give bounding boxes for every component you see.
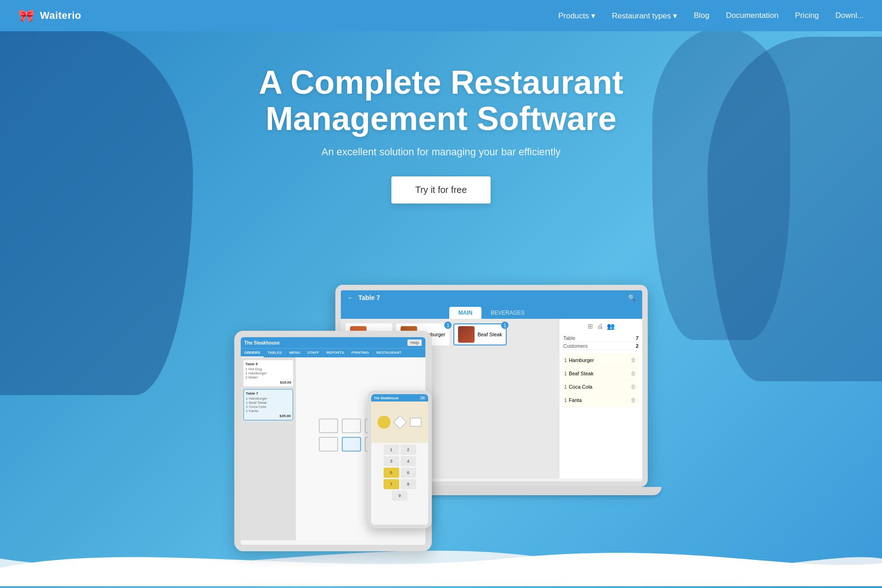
order-item-hamburger: 1Hamburger 🗑 [563,354,639,367]
people-icon[interactable]: 👥 [607,322,615,330]
order-card-2-line3: 2 Coca Cola [246,405,291,409]
tablet-nav-tables[interactable]: TABLES [264,349,285,357]
table-label: Table [563,335,575,341]
order-card-2-line2: 1 Beaf Steak [246,401,291,405]
phone-brand: The Steakhouse [374,396,399,400]
table-value: 7 [636,335,639,341]
tablet-nav-printing[interactable]: PRINTING [348,349,373,357]
svg-rect-5 [342,437,361,451]
numpad-9[interactable]: 9 [392,491,407,501]
laptop-search-icon[interactable]: 🔍 [628,294,636,301]
nav-blog[interactable]: Blog [694,11,709,20]
tablet-nav-reports[interactable]: REPORTS [322,349,348,357]
map-circle-shape [378,416,390,429]
phone-screen: The Steakhouse ● 1 2 [371,394,428,525]
logo-icon: 🎀 [18,8,34,23]
tablet-nav-restaurant[interactable]: RESTAURANT [373,349,405,357]
laptop-tabs: MAIN BEVERAGES [341,305,642,319]
order-table-row: Table 7 [563,334,639,342]
cta-button[interactable]: Try it for free [391,176,491,204]
name-steak: Beaf Steak [569,371,594,376]
name-hamburger: Hamburger [569,357,594,363]
navbar-brand[interactable]: 🎀 Waiterio [18,8,81,23]
nav-documentation[interactable]: Documentation [726,11,778,20]
menu-item-steak[interactable]: Beaf Steak 1 [453,323,507,345]
numpad-row-1: 1 2 [373,445,426,455]
name-cola: Coca Cola [569,384,592,390]
numpad-7[interactable]: 7 [384,479,399,489]
numpad-5[interactable]: 5 [384,468,399,478]
order-card-2-line1: 1 Hamburger [246,396,291,401]
order-card-2-line4: 1 Fanta [246,409,291,413]
order-items-list: 1Hamburger 🗑 1Beaf Steak 🗑 1Coca Cola 🗑 [563,354,639,407]
numpad-4[interactable]: 4 [401,456,416,466]
order-card-2-total: $35.00 [246,414,291,418]
steak-badge: 1 [501,322,509,329]
hero-title-line1: A Complete Restaurant [259,64,623,101]
phone-map-area [371,401,428,443]
order-card-2-title: Table 7 [246,391,291,396]
qty-fanta: 1 [564,397,567,403]
brand-name: Waiterio [40,10,81,22]
tablet-sidebar: Table 5 1 Hot Dog 1 Hamburger 2 Water $1… [241,357,296,540]
delete-fanta[interactable]: 🗑 [629,396,638,404]
tab-main[interactable]: MAIN [449,307,482,319]
hero-title-line2: Management Software [266,100,616,137]
order-card-1-line2: 1 Hamburger [245,371,291,375]
order-item-fanta: 1Fanta 🗑 [563,394,639,407]
tablet-order-card-2[interactable]: Table 7 1 Hamburger 1 Beaf Steak 2 Coca … [243,389,293,420]
laptop-screen-header: ← Table 7 🔍 [341,290,642,305]
nav-restaurant-types[interactable]: Restaurant types ▾ [612,11,677,21]
svg-rect-4 [319,437,338,451]
tablet-order-card-1[interactable]: Table 5 1 Hot Dog 1 Hamburger 2 Water $1… [243,360,293,386]
numpad-8[interactable]: 8 [401,479,416,489]
order-item-steak: 1Beaf Steak 🗑 [563,367,639,380]
tablet-help[interactable]: Help [407,339,422,346]
tab-beverages[interactable]: BEVERAGES [481,307,534,319]
order-card-1-title: Table 5 [245,362,291,366]
customers-value: 2 [636,343,639,349]
order-card-1-line3: 2 Water [245,375,291,379]
hero-section: 🎀 Waiterio Products ▾ Restaurant types ▾… [0,0,882,588]
tablet-nav-menu[interactable]: MENU [286,349,304,357]
tablet-nav-orders[interactable]: ORDERS [241,349,264,357]
numpad-2[interactable]: 2 [401,445,416,455]
delete-cola[interactable]: 🗑 [629,383,638,391]
tablet-brand: The Steakhouse [244,340,280,345]
print-icon[interactable]: 🖨 [597,322,603,330]
qty-cola: 1 [564,384,567,390]
numpad-row-5: 9 [373,491,426,501]
laptop-order-panel: ⊞ 🖨 👥 Table 7 Customers 2 [560,319,642,479]
delete-hamburger[interactable]: 🗑 [629,356,638,364]
tablet-nav-staff[interactable]: STAFF [304,349,322,357]
steak-image [458,326,475,343]
qty-steak: 1 [564,371,567,376]
delete-steak[interactable]: 🗑 [629,369,638,378]
nav-pricing[interactable]: Pricing [795,11,819,20]
tablet-nav: ORDERS TABLES MENU STAFF REPORTS PRINTIN… [241,348,425,357]
tablet-header: The Steakhouse Help [241,337,425,348]
laptop-back-button[interactable]: ← [347,294,354,301]
order-card-1-total: $18.00 [245,380,291,384]
map-diamond-shape [393,415,407,429]
numpad-1[interactable]: 1 [384,445,399,455]
phone-btn[interactable]: ● [420,396,425,400]
numpad-row-3: 5 6 [373,468,426,478]
customers-label: Customers [563,343,588,349]
steak-label: Beaf Steak [477,332,502,337]
split-icon[interactable]: ⊞ [588,322,593,330]
numpad-6[interactable]: 6 [401,468,416,478]
nav-download[interactable]: Downl... [836,11,864,20]
hero-subtitle: An excellent solution for managing your … [0,146,882,158]
nav-products[interactable]: Products ▾ [558,11,595,21]
hamburger-badge: 1 [444,322,452,329]
numpad-row-4: 7 8 [373,479,426,489]
phone-header: The Steakhouse ● [371,394,428,401]
laptop-table-title: Table 7 [358,294,380,301]
order-item-cola: 1Coca Cola 🗑 [563,380,639,394]
order-customers-row: Customers 2 [563,342,639,350]
navbar: 🎀 Waiterio Products ▾ Restaurant types ▾… [0,0,882,31]
hero-title: A Complete Restaurant Management Softwar… [0,64,882,137]
numpad-3[interactable]: 3 [384,456,399,466]
phone-numpad: 1 2 3 4 5 6 7 8 [371,443,428,504]
